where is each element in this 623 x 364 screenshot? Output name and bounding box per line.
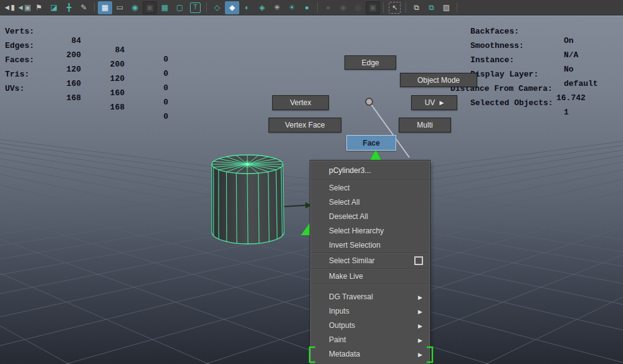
hud-value: 84 (36, 36, 81, 45)
option-box-icon[interactable] (414, 256, 423, 265)
menu-item-label: Metadata (329, 350, 360, 358)
default-material-icon[interactable]: ✳ (270, 1, 284, 14)
submenu-arrow-icon: ▶ (418, 334, 422, 348)
hud-value: N/A (564, 50, 578, 60)
menu-item-select-all[interactable]: Select All (311, 195, 429, 210)
toolbar-separator (317, 2, 318, 12)
field-chart-icon[interactable]: ▦ (158, 1, 172, 14)
menu-item-paint[interactable]: Paint ▶ (311, 333, 429, 347)
marking-menu-vertex[interactable]: Vertex (272, 95, 329, 110)
hud-row-smoothness: Smoothness: N/A (0, 32, 29, 40)
marking-menu-label: Edge (361, 58, 379, 67)
motion-blur-icon[interactable]: ◉ (336, 1, 350, 14)
menu-item-inputs[interactable]: Inputs ▶ (311, 304, 429, 319)
submenu-arrow-icon: ▶ (418, 291, 422, 305)
hud-value: 0 (130, 83, 168, 93)
isolate-select-icon[interactable]: ↖ (389, 2, 401, 14)
menu-item-label: Make Live (329, 272, 363, 281)
hud-value: No (564, 65, 574, 74)
pencil-icon[interactable]: ✎ (77, 1, 91, 14)
camera-settings-icon[interactable]: ◄▣ (17, 1, 31, 14)
marking-menu-edge[interactable]: Edge (345, 55, 396, 70)
hud-label: Selected Objects: (470, 98, 553, 108)
textured-cube-icon[interactable]: ◈ (255, 1, 269, 14)
bookmark-icon[interactable]: ⚑ (32, 1, 46, 14)
hud-value: 0 (130, 98, 168, 107)
safe-title-icon[interactable]: T (190, 2, 201, 13)
marking-menu-label: Vertex (290, 98, 311, 107)
hud-value: 200 (36, 50, 81, 60)
hud-value: 168 (36, 93, 81, 103)
menu-item-label: Outputs (329, 321, 355, 330)
marking-menu-vertex-face[interactable]: Vertex Face (269, 118, 341, 133)
duplicate-panel-icon[interactable]: ⧉ (409, 1, 424, 14)
resolution-gate-icon[interactable]: ◉ (128, 1, 142, 14)
wireframe-cube-icon[interactable]: ◇ (210, 1, 224, 14)
context-menu-title[interactable]: pCylinder3... (311, 161, 429, 180)
tearoff-panel-icon[interactable]: ⧉ (424, 1, 439, 14)
snap-icon[interactable]: ╋ (62, 1, 76, 14)
3d-viewport[interactable]: Verts: 84 84 0 Edges: 200 200 0 Faces: 1… (0, 16, 623, 364)
menu-item-metadata[interactable]: Metadata ▶ (311, 347, 429, 362)
shaded-cube-icon[interactable]: ◆ (225, 1, 239, 14)
menu-item-select-similar[interactable]: Select Similar (311, 254, 429, 268)
menu-item-dg-traversal[interactable]: DG Traversal ▶ (311, 290, 429, 304)
submenu-arrow-icon: ▶ (418, 305, 422, 319)
hud-value: 120 (36, 65, 81, 74)
submenu-arrow-icon: ▶ (439, 100, 444, 106)
hud-value: 1 (564, 108, 569, 117)
menu-item-deselect-all[interactable]: Deselect All (311, 210, 429, 224)
menu-item-label: Select (329, 184, 350, 192)
hud-row-display-layer: Display Layer: default (0, 60, 29, 69)
marking-menu-origin (365, 98, 373, 106)
context-menu: pCylinder3... Select Select All Deselect… (310, 161, 430, 364)
hud-value: 0 (130, 55, 168, 64)
hud-value: 120 (86, 74, 125, 83)
hud-value: 200 (86, 60, 125, 69)
film-gate-icon[interactable]: ▭ (113, 1, 127, 14)
hud-value: On (564, 36, 574, 45)
lighting-icon[interactable]: ☀ (285, 1, 299, 14)
marking-menu-multi[interactable]: Multi (399, 118, 451, 133)
marking-menu-label: UV (425, 98, 435, 107)
image-plane-icon[interactable]: ◪ (47, 1, 61, 14)
hud-label: Smoothness: (470, 41, 524, 50)
hud-value: 160 (86, 88, 125, 98)
menu-item-invert-selection[interactable]: Invert Selection (311, 238, 429, 253)
menu-item-label: Invert Selection (329, 241, 381, 250)
menu-item-select-hierarchy[interactable]: Select Hierarchy (311, 224, 429, 238)
hud-value: 84 (86, 45, 125, 55)
multisample-icon[interactable]: ▣ (366, 1, 380, 14)
viewport-toolbar: ◄▮ ◄▣ ⚑ ◪ ╋ ✎ ▦ ▭ ◉ ▣ ▦ ▢ T ◇ ◆ ◐ ◈ ✳ ☀ … (0, 0, 623, 16)
hud-row-distance-from-camera: Distance From Camera: 16.742 (0, 75, 29, 83)
menu-item-make-live[interactable]: Make Live (311, 269, 429, 284)
menu-item-outputs[interactable]: Outputs ▶ (311, 319, 429, 333)
menu-item-label: Deselect All (329, 212, 368, 221)
wireframe-on-shaded-icon[interactable]: ◐ (240, 1, 254, 14)
ambient-occlusion-icon[interactable]: ● (321, 1, 335, 14)
hud-value: default (564, 79, 598, 88)
menu-item-select[interactable]: Select (311, 181, 429, 195)
hud-value: 16.742 (556, 93, 586, 103)
screenshot-icon[interactable]: ▨ (439, 1, 454, 14)
marking-menu-uv[interactable]: UV ▶ (411, 95, 457, 110)
hud-label: Instance: (470, 55, 514, 65)
marking-menu-label: Vertex Face (285, 121, 325, 129)
shadows-icon[interactable]: ● (300, 1, 314, 14)
grid-icon[interactable]: ▦ (98, 1, 112, 14)
hud-row-instance: Instance: No (0, 46, 29, 55)
toolbar-separator (457, 2, 457, 12)
marking-menu-object-mode[interactable]: Object Mode (400, 73, 477, 87)
safe-action-icon[interactable]: ▢ (173, 1, 187, 14)
marking-menu-label: Object Mode (417, 76, 460, 85)
fog-icon[interactable]: ◎ (351, 1, 365, 14)
camera-icon[interactable]: ◄▮ (2, 1, 16, 14)
toolbar-separator (383, 2, 384, 12)
gate-mask-icon[interactable]: ▣ (143, 1, 157, 14)
hud-value: 168 (86, 103, 125, 112)
menu-item-label: Inputs (329, 307, 350, 315)
marking-menu-face[interactable]: Face (346, 135, 396, 151)
menu-spacer (311, 285, 429, 290)
hud-row-selected-objects: Selected Objects: 1 (0, 89, 29, 98)
submenu-arrow-icon: ▶ (418, 348, 422, 362)
